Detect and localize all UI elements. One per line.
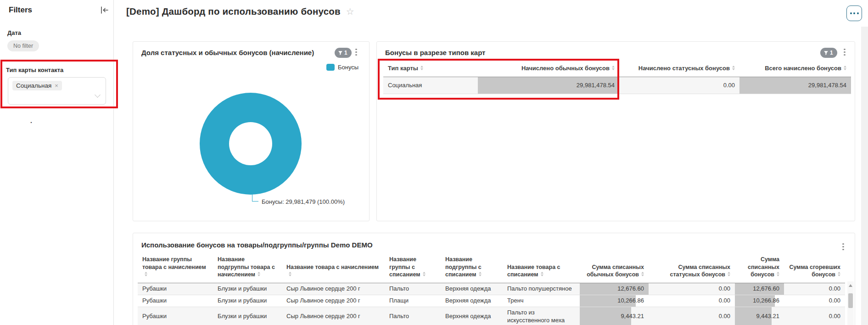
- column-header[interactable]: Всего начислено бонусов: [739, 60, 851, 77]
- sort-arrows-icon[interactable]: [838, 272, 840, 276]
- filter-badge-count: 1: [344, 50, 347, 56]
- chart-legend[interactable]: Бонусы: [326, 64, 358, 71]
- favorite-star-icon[interactable]: ☆: [346, 6, 354, 17]
- table-row: Социальная29,981,478.540.0029,981,478.54: [383, 77, 851, 94]
- sort-arrows-icon[interactable]: [541, 272, 543, 276]
- sort-arrows-icon[interactable]: [728, 272, 730, 276]
- funnel-icon: [823, 50, 829, 56]
- column-header[interactable]: Название подгруппы товара с начислением: [213, 254, 282, 283]
- page-title: [Demo] Дашборд по использованию бонусов: [126, 6, 341, 17]
- column-header[interactable]: Название товара с начислением: [282, 254, 385, 283]
- column-header[interactable]: Начислено статусных бонусов: [619, 60, 739, 77]
- table-cell: Рубашки: [138, 307, 213, 325]
- card-title: Доля статусных и обычных бонусов (начисл…: [141, 49, 314, 56]
- table-cell: 0.00: [649, 295, 735, 307]
- table-scrollbar[interactable]: [847, 281, 854, 325]
- legend-swatch: [326, 64, 335, 71]
- table-row: РубашкиБлузки и рубашкиСыр Львиное сердц…: [138, 307, 845, 325]
- table-cell: Сыр Львиное сердце 200 г: [282, 307, 385, 325]
- bonus-types-table: Тип картыНачислено обычных бонусовНачисл…: [383, 60, 851, 94]
- legend-label: Бонусы: [338, 64, 358, 71]
- kebab-menu-icon[interactable]: [840, 241, 846, 252]
- filters-sidebar: Filters Дата No filter Тип карты контакт…: [0, 0, 114, 325]
- sort-arrows-icon[interactable]: [423, 272, 426, 276]
- card-title: Использование бонусов на товары/подгрупп…: [141, 241, 373, 249]
- column-header[interactable]: Название группы товара с начислением: [138, 254, 213, 283]
- selected-value-label: Социальная: [16, 82, 51, 89]
- stray-dot: .: [30, 118, 32, 123]
- funnel-icon: [338, 50, 343, 56]
- column-header[interactable]: Сумма списанных статусных бонусов: [649, 254, 735, 283]
- table-cell: Сыр Львиное сердце 200 г: [282, 295, 385, 307]
- table-cell: Верхняя одежда: [441, 283, 503, 295]
- table-cell: Блузки и рубашки: [213, 307, 282, 325]
- sort-arrows-icon[interactable]: [732, 66, 735, 70]
- donut-data-label: Бонусы: 29,981,479 (100.00%): [262, 198, 345, 205]
- table-cell: Пальто из искусственного меха: [503, 307, 580, 325]
- collapse-sidebar-icon[interactable]: [99, 5, 109, 15]
- table-cell: 9,443.21: [735, 307, 784, 325]
- date-filter-chip[interactable]: No filter: [7, 40, 39, 51]
- column-header[interactable]: Название группы с списанием: [385, 254, 441, 283]
- table-cell: Блузки и рубашки: [213, 295, 282, 307]
- sort-arrows-icon[interactable]: [479, 272, 482, 276]
- table-cell: Пальто: [385, 283, 441, 295]
- column-header[interactable]: Сумма списанных обычных бонусов: [580, 254, 649, 283]
- table-row: РубашкиБлузки и рубашкиСыр Львиное сердц…: [138, 283, 845, 295]
- card-title: Бонусы в разрезе типов карт: [385, 49, 485, 56]
- table-cell: 12,676.60: [735, 283, 784, 295]
- sort-arrows-icon[interactable]: [258, 272, 260, 276]
- column-header[interactable]: Начислено обычных бонусов: [478, 60, 619, 77]
- donut-hole: [229, 122, 272, 165]
- page-header: [Demo] Дашборд по использованию бонусов …: [126, 6, 354, 17]
- card-type-select[interactable]: Социальная ×: [8, 77, 106, 105]
- bonus-usage-table: Название группы товара с начислениемНазв…: [138, 254, 845, 325]
- filter-badge-count: 1: [830, 50, 833, 56]
- kebab-menu-icon[interactable]: [841, 47, 848, 58]
- triangle-up-icon[interactable]: [849, 284, 852, 287]
- bonus-types-card: Бонусы в разрезе типов карт 1 Тип картыН…: [376, 41, 855, 221]
- column-header[interactable]: Тип карты: [383, 60, 478, 77]
- table-cell: 0.00: [784, 307, 845, 325]
- table-cell: 29,981,478.54: [478, 77, 619, 94]
- column-header[interactable]: Сумма списанных бонусов: [735, 254, 784, 283]
- filter-badge[interactable]: 1: [820, 48, 837, 58]
- donut-chart-card: Доля статусных и обычных бонусов (начисл…: [133, 41, 370, 221]
- callout-line: [252, 194, 258, 202]
- card-type-filter-label: Тип карты контакта: [6, 67, 63, 73]
- page-scrollbar[interactable]: [861, 27, 868, 325]
- dashboard-screen: Filters Дата No filter Тип карты контакт…: [0, 0, 868, 325]
- table-cell: 10,266.86: [580, 295, 649, 307]
- table-cell: 0.00: [619, 77, 739, 94]
- column-header[interactable]: Сумма сгоревших бонусов: [784, 254, 845, 283]
- sort-arrows-icon[interactable]: [612, 66, 615, 70]
- sort-arrows-icon[interactable]: [844, 66, 846, 70]
- chevron-down-icon: [95, 92, 101, 98]
- filter-badge[interactable]: 1: [335, 48, 352, 58]
- table-cell: Пальто: [385, 307, 441, 325]
- table-cell: Верхняя одежда: [441, 307, 503, 325]
- donut-segment[interactable]: [200, 93, 302, 195]
- table-cell: 0.00: [649, 283, 735, 295]
- column-header[interactable]: Название товара с списанием: [503, 254, 580, 283]
- sort-arrows-icon[interactable]: [777, 272, 779, 276]
- table-cell: Социальная: [383, 77, 478, 94]
- more-options-button[interactable]: [846, 6, 862, 21]
- kebab-menu-icon[interactable]: [353, 47, 359, 58]
- sort-arrows-icon[interactable]: [641, 272, 644, 276]
- sidebar-title: Filters: [9, 6, 32, 15]
- table-cell: Плащи: [385, 295, 441, 307]
- sort-arrows-icon[interactable]: [289, 272, 291, 276]
- remove-chip-icon[interactable]: ×: [55, 82, 58, 89]
- table-cell: 0.00: [784, 295, 845, 307]
- column-header[interactable]: Название подгруппы с списанием: [441, 254, 503, 283]
- table-cell: 10,266.86: [735, 295, 784, 307]
- table-cell: Сыр Львиное сердце 200 г: [282, 283, 385, 295]
- scrollbar-thumb[interactable]: [848, 293, 853, 308]
- table-cell: Рубашки: [138, 283, 213, 295]
- table-cell: 0.00: [649, 307, 735, 325]
- sort-arrows-icon[interactable]: [145, 272, 147, 276]
- sort-arrows-icon[interactable]: [420, 66, 423, 70]
- table-cell: 0.00: [784, 283, 845, 295]
- table-cell: 29,981,478.54: [739, 77, 851, 94]
